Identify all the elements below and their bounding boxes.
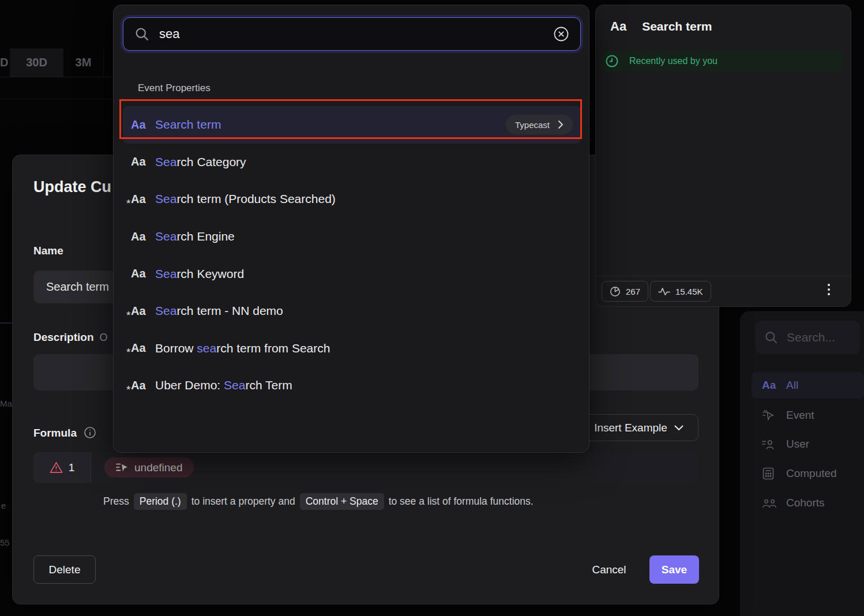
- name-label: Name: [33, 245, 63, 257]
- formula-error-gutter: 1: [33, 452, 91, 483]
- formula-input[interactable]: undefined: [91, 452, 698, 483]
- kbd-control-space: Control + Space: [300, 493, 384, 510]
- cancel-button[interactable]: Cancel: [580, 555, 638, 584]
- chart-axis-label: 55: [0, 538, 10, 547]
- property-result-row[interactable]: Aa* Search term - NN demo: [123, 292, 581, 330]
- divider: [596, 276, 851, 276]
- time-range-button-30d[interactable]: 30D: [10, 48, 63, 77]
- section-header: Event Properties: [138, 82, 211, 94]
- formula-editor[interactable]: 1 undefined: [33, 452, 698, 483]
- save-button[interactable]: Save: [649, 555, 699, 584]
- formula-hint: Press Period (.) to insert a property an…: [103, 493, 534, 510]
- pie-icon: [610, 286, 621, 297]
- string-type-icon: Aa*: [131, 230, 155, 243]
- string-type-icon: Aa*: [131, 155, 155, 168]
- description-label: DescriptionO: [33, 331, 108, 344]
- property-result-row[interactable]: Aa* Search term Typecast: [123, 106, 581, 144]
- warning-icon: [50, 461, 63, 474]
- string-type-icon: Aa*: [131, 341, 155, 355]
- custom-property-star-icon: *: [126, 384, 130, 396]
- sidebar-filter-item-event[interactable]: Event: [752, 402, 864, 429]
- property-detail-panel: Aa Search term Recently used by you 267 …: [595, 5, 851, 307]
- typecast-badge[interactable]: Typecast: [506, 115, 573, 134]
- property-result-row[interactable]: Aa* Borrow search term from Search: [123, 330, 581, 367]
- string-type-icon: Aa: [610, 19, 626, 34]
- activity-icon: [658, 287, 670, 296]
- sidebar-search-input[interactable]: [787, 330, 850, 344]
- sidebar-filter-item-user[interactable]: User: [752, 431, 864, 457]
- property-result-row[interactable]: Aa* Search term (Products Searched): [123, 181, 581, 218]
- chevron-right-icon: [558, 120, 564, 129]
- undefined-token[interactable]: undefined: [104, 457, 194, 478]
- optional-fragment: O: [100, 332, 108, 343]
- insert-example-button[interactable]: Insert Example: [579, 414, 698, 441]
- string-type-icon: Aa*: [131, 118, 155, 132]
- dropdown-search-field[interactable]: [123, 17, 581, 51]
- property-result-row[interactable]: Aa* Search Category: [123, 144, 581, 181]
- event-icon: [762, 410, 779, 421]
- time-range-button[interactable]: D: [0, 48, 10, 77]
- string-type-icon: Aa*: [131, 379, 155, 392]
- string-type-icon: Aa*: [131, 267, 155, 280]
- clear-search-icon[interactable]: [553, 25, 570, 43]
- dropdown-search-input[interactable]: [159, 27, 543, 42]
- modal-title: Update Cu: [33, 178, 111, 196]
- property-filter-sidebar: Aa All Event User Computed Cohorts: [740, 311, 864, 616]
- user-icon: [762, 438, 779, 450]
- clock-icon: [605, 54, 619, 68]
- info-icon[interactable]: [84, 426, 96, 439]
- delete-button[interactable]: Delete: [33, 555, 96, 584]
- property-result-row[interactable]: Aa* Search Engine: [123, 218, 581, 256]
- divider: [0, 99, 113, 99]
- cohorts-icon: [762, 498, 779, 508]
- recently-used-badge: Recently used by you: [602, 51, 843, 72]
- custom-property-star-icon: *: [126, 346, 130, 359]
- event-icon: [116, 463, 129, 473]
- kbd-period: Period (.): [134, 493, 187, 510]
- sidebar-filter-item-cohorts[interactable]: Cohorts: [752, 490, 864, 516]
- sidebar-filter-item-all[interactable]: Aa All: [752, 372, 864, 399]
- formula-label: Formula: [33, 426, 96, 440]
- chevron-down-icon: [674, 425, 683, 431]
- cardinality-stat-pill[interactable]: 267: [602, 281, 648, 302]
- property-title: Search term: [642, 20, 712, 33]
- more-options-icon[interactable]: [828, 284, 830, 295]
- property-result-row[interactable]: Aa* Search Keyword: [123, 255, 581, 292]
- string-type-icon: Aa*: [131, 305, 155, 318]
- volume-stat-pill[interactable]: 15.45K: [650, 281, 711, 302]
- sidebar-search-field[interactable]: [756, 321, 860, 354]
- property-search-dropdown: Event Properties Aa* Search term Typecas…: [113, 5, 589, 453]
- error-count: 1: [69, 461, 75, 474]
- chart-axis-label: e: [1, 501, 6, 510]
- aa-icon: Aa: [762, 379, 779, 392]
- search-icon: [134, 26, 150, 42]
- time-range-switcher: D 30D 3M: [0, 48, 104, 77]
- property-results-list: Aa* Search term Typecast Aa* Search Cate…: [123, 106, 581, 404]
- divider: [0, 77, 113, 77]
- property-result-row[interactable]: Aa* Uber Demo: Search Term: [123, 367, 581, 404]
- computed-icon: [762, 467, 779, 480]
- string-type-icon: Aa*: [131, 193, 155, 206]
- custom-property-star-icon: *: [126, 309, 130, 322]
- sidebar-filter-item-computed[interactable]: Computed: [752, 460, 864, 487]
- search-icon: [764, 330, 779, 345]
- time-range-button-3m[interactable]: 3M: [63, 48, 104, 77]
- custom-property-star-icon: *: [126, 197, 130, 210]
